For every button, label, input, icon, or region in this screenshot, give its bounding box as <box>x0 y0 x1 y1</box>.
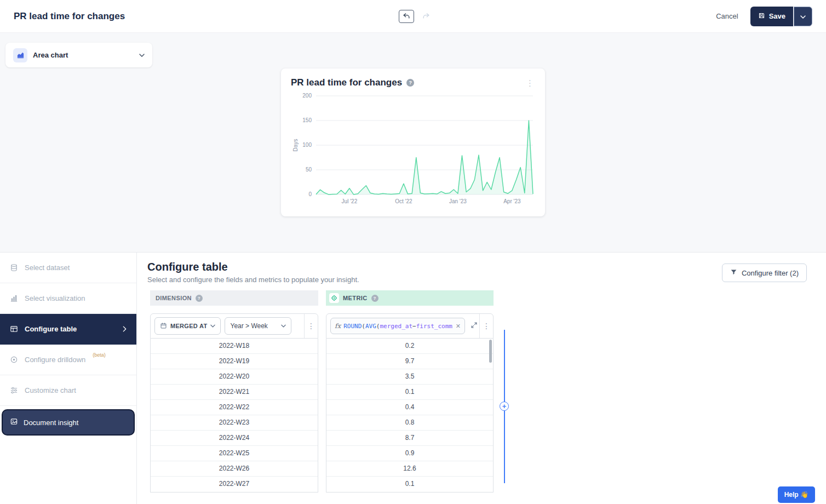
document-insight-button[interactable]: Document insight <box>2 409 135 436</box>
fx-icon: fx <box>335 322 341 330</box>
dimension-cell: 2022-W26 <box>151 461 318 477</box>
metric-formula-input[interactable]: fx ROUND(AVG(merged_at−first_commit_ ✕ <box>330 318 465 334</box>
dimension-column: DIMENSION ? MERGED AT Year > Week <box>150 290 318 492</box>
preview-area: Area chart PR lead time for changes ? ⋮ … <box>0 33 826 252</box>
chevron-down-icon <box>210 324 215 328</box>
save-button[interactable]: Save <box>750 7 793 26</box>
chevron-down-icon <box>139 54 145 57</box>
sidebar-item-customize-chart[interactable]: Customize chart <box>0 375 136 406</box>
sidebar-item-label: Customize chart <box>25 386 76 394</box>
sidebar-item-label: Select dataset <box>25 264 70 272</box>
chevron-right-icon <box>123 326 127 332</box>
chart-menu-button[interactable]: ⋮ <box>524 79 536 87</box>
expand-formula-button[interactable] <box>468 322 479 330</box>
dimension-cell: 2022-W21 <box>151 385 318 400</box>
image-icon <box>10 417 18 427</box>
svg-text:Oct '22: Oct '22 <box>395 198 412 204</box>
undo-icon <box>403 13 410 21</box>
save-icon <box>758 12 765 21</box>
metric-table: 0.29.73.50.10.40.88.70.912.60.1 <box>326 339 494 492</box>
metric-cell: 0.4 <box>326 400 493 415</box>
chart-card: PR lead time for changes ? ⋮ 05010015020… <box>281 68 545 216</box>
metric-cell: 9.7 <box>326 354 493 369</box>
sidebar-item-configure-drilldown[interactable]: Configure drilldown (beta) <box>0 345 136 375</box>
sidebar-item-configure-table[interactable]: Configure table <box>0 314 136 345</box>
chart-help-icon[interactable]: ? <box>406 79 414 87</box>
metric-cell: 0.2 <box>326 339 493 354</box>
filter-icon <box>730 268 737 277</box>
redo-button[interactable] <box>418 10 434 23</box>
cancel-button[interactable]: Cancel <box>716 12 738 20</box>
save-split-button: Save <box>750 7 812 26</box>
dimension-cell: 2022-W24 <box>151 431 318 446</box>
configure-filter-button[interactable]: Configure filter (2) <box>722 264 807 282</box>
help-button[interactable]: Help 👋 <box>778 486 815 503</box>
granularity-label: Year > Week <box>230 322 267 330</box>
chart-title: PR lead time for changes <box>291 77 402 88</box>
calendar-icon <box>160 322 167 330</box>
metric-header: METRIC ? <box>326 290 494 306</box>
dimension-header-label: DIMENSION <box>156 295 192 301</box>
metric-help-icon[interactable]: ? <box>371 295 378 302</box>
chart-type-selector[interactable]: Area chart <box>5 43 152 67</box>
svg-text:Days: Days <box>292 139 299 152</box>
svg-text:Jul '22: Jul '22 <box>342 198 358 204</box>
svg-text:100: 100 <box>302 142 312 148</box>
dimension-header: DIMENSION ? <box>150 290 318 306</box>
dimension-field-label: MERGED AT <box>170 323 207 329</box>
sliders-icon <box>10 386 18 394</box>
svg-text:Apr '23: Apr '23 <box>503 198 521 204</box>
sidebar-item-label: Configure table <box>25 325 77 333</box>
bar-chart-icon <box>10 294 18 302</box>
workspace: Select dataset Select visualization Conf… <box>0 252 826 504</box>
metric-cell: 0.1 <box>326 385 493 400</box>
metric-cell: 3.5 <box>326 369 493 385</box>
sidebar-item-label: Select visualization <box>25 294 85 302</box>
metric-scrollbar[interactable] <box>489 340 492 363</box>
granularity-dropdown[interactable]: Year > Week <box>225 317 291 335</box>
expand-icon <box>471 322 478 330</box>
document-insight-label: Document insight <box>24 419 78 427</box>
dimension-cell: 2022-W19 <box>151 354 318 369</box>
dimension-controls: MERGED AT Year > Week ⋮ <box>150 313 318 339</box>
add-column-button[interactable]: + <box>500 402 509 411</box>
dimension-help-icon[interactable]: ? <box>196 295 203 302</box>
area-chart-icon <box>13 48 27 62</box>
metric-menu-button[interactable]: ⋮ <box>479 314 493 338</box>
database-icon <box>10 264 18 272</box>
dimension-cell: 2022-W22 <box>151 400 318 415</box>
sidebar-item-select-visualization[interactable]: Select visualization <box>0 283 136 314</box>
dimension-cell: 2022-W25 <box>151 446 318 461</box>
save-dropdown-button[interactable] <box>794 7 812 26</box>
configure-filter-label: Configure filter (2) <box>742 269 799 277</box>
merged-at-dropdown[interactable]: MERGED AT <box>154 317 221 335</box>
metric-rows: 0.29.73.50.10.40.88.70.912.60.1 <box>326 339 493 492</box>
svg-text:150: 150 <box>302 117 312 123</box>
dimension-rows: 2022-W182022-W192022-W202022-W212022-W22… <box>151 339 318 492</box>
panel-subtitle: Select and configure the fields and metr… <box>147 276 359 284</box>
configure-table-panel: Configure table Select and configure the… <box>137 253 826 504</box>
undo-button[interactable] <box>399 10 414 23</box>
metric-cell: 0.8 <box>326 415 493 431</box>
chevron-down-icon <box>281 324 286 328</box>
page-title: PR lead time for changes <box>14 11 125 22</box>
dimension-cell: 2022-W27 <box>151 477 318 492</box>
svg-text:50: 50 <box>306 167 312 173</box>
metric-cell: 0.1 <box>326 477 493 492</box>
dimension-table: 2022-W182022-W192022-W202022-W212022-W22… <box>150 339 318 492</box>
metric-cell: 8.7 <box>326 431 493 446</box>
sidebar: Select dataset Select visualization Conf… <box>0 253 137 504</box>
save-button-label: Save <box>769 12 785 20</box>
sidebar-item-select-dataset[interactable]: Select dataset <box>0 253 136 283</box>
svg-text:200: 200 <box>302 93 312 99</box>
chart-type-label: Area chart <box>33 51 68 59</box>
area-chart: 050100150200Jul '22Oct '22Jan '23Apr '23… <box>281 89 545 207</box>
dimension-cell: 2022-W23 <box>151 415 318 431</box>
panel-title: Configure table <box>147 261 228 273</box>
dimension-menu-button[interactable]: ⋮ <box>304 314 318 338</box>
target-icon <box>329 293 339 303</box>
svg-text:0: 0 <box>308 191 312 197</box>
remove-formula-button[interactable]: ✕ <box>456 323 461 330</box>
beta-badge: (beta) <box>93 345 106 358</box>
metric-cell: 0.9 <box>326 446 493 461</box>
